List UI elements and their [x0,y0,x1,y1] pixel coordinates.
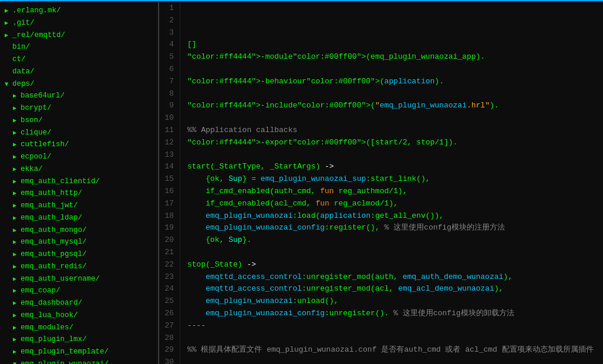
line-number-1: 1 [159,2,176,15]
line-number-6: 6 [159,63,176,76]
code-line-20: emqttd_access_control:unregister_mod(aut… [187,271,603,284]
line-number-9: 9 [159,100,176,112]
line-numbers: 1234567891011121314151617181920212223242… [159,2,180,364]
sidebar-item-emq-auth-mysql[interactable]: ▶emq_auth_mysql/ [0,236,158,248]
sidebar-item-ekka[interactable]: ▶ekka/ [0,163,158,176]
sidebar-item-emq-auth-redis[interactable]: ▶emq_auth_redis/ [0,261,158,273]
sidebar-item-emq-dashboard[interactable]: ▶emq_dashboard/ [0,297,158,309]
sidebar-label-emq-auth-jwt: emq_auth_jwt/ [21,201,78,210]
sidebar-item-emq-plugin-lmx[interactable]: ▶emq_plugin_lmx/ [0,333,158,346]
sidebar-label-ekka: ekka/ [21,165,43,173]
sidebar-item-emq-auth-pgsql[interactable]: ▶emq_auth_pgsql/ [0,248,158,261]
code-line-17: {ok, Sup}. [187,234,603,247]
sidebar-item-deps[interactable]: ▼deps/ [0,78,158,90]
sidebar-arrow-rel-emqttd: ▶ [5,31,11,40]
sidebar-label-deps: deps/ [12,80,35,88]
sidebar-arrow-emq-auth-ldap: ▶ [13,214,19,223]
line-number-13: 13 [159,149,176,161]
sidebar-item-erlang-mk[interactable]: ▶.erlang.mk/ [0,5,158,17]
sidebar-item-emq-auth-username[interactable]: ▶emq_auth_username/ [0,273,158,285]
code-line-26: %% 根据具体配置文件 emq_plugin_wunaozai.conf 是否有… [187,344,603,356]
sidebar-item-emq-auth-http[interactable]: ▶emq_auth_http/ [0,187,158,200]
sidebar-item-emq-lua-hook[interactable]: ▶emq_lua_hook/ [0,309,158,322]
sidebar-label-cuttlefish: cuttlefish/ [21,140,69,149]
code-line-18 [187,247,603,259]
line-number-7: 7 [159,76,176,88]
sidebar-label-base64url: base64url/ [21,92,65,100]
sidebar-arrow-emq-auth-jwt: ▶ [13,201,19,210]
code-line-25 [187,332,603,345]
sidebar-arrow-erlang-mk: ▶ [5,6,11,15]
sidebar-item-emq-auth-jwt[interactable]: ▶emq_auth_jwt/ [0,200,158,212]
code-line-3 [187,63,603,76]
sidebar-item-bcrypt[interactable]: ▶bcrypt/ [0,102,158,114]
code-line-22: emq_plugin_wunaozai:unload(), [187,295,603,308]
sidebar-item-bson[interactable]: ▶bson/ [0,114,158,127]
sidebar-label-emq-auth-username: emq_auth_username/ [21,275,100,283]
sidebar-item-ct[interactable]: ct/ [0,53,158,66]
sidebar-arrow-emq-auth-mysql: ▶ [13,238,19,247]
sidebar-arrow-emq-plugin-wunaozai: ▼ [13,360,19,364]
sidebar-arrow-base64url: ▶ [13,92,19,100]
sidebar-arrow-ekka: ▶ [13,165,19,174]
line-number-23: 23 [159,271,176,284]
code-line-8: %% Application callbacks [187,124,603,137]
sidebar-label-emq-dashboard: emq_dashboard/ [21,299,82,307]
sidebar-label-bin: bin/ [12,43,30,51]
sidebar-item-emq-auth-mongo[interactable]: ▶emq_auth_mongo/ [0,224,158,237]
sidebar-label-emq-plugin-lmx: emq_plugin_lmx/ [21,335,87,343]
sidebar-item-emq-plugin-wunaozai[interactable]: ▼emq_plugin_wunaozai/ [0,358,158,364]
sidebar-arrow-emq-auth-username: ▶ [13,275,19,284]
line-number-17: 17 [159,198,176,210]
code-line-2: "color:#ff4444">-module"color:#00ff00">(… [187,51,603,63]
sidebar[interactable]: ▶.erlang.mk/▶.git/▶_rel/emqttd/bin/ct/da… [0,2,159,364]
line-number-10: 10 [159,112,176,124]
sidebar-item-git[interactable]: ▶.git/ [0,17,158,29]
code-line-7 [187,112,603,124]
sidebar-item-data[interactable]: data/ [0,66,158,78]
sidebar-item-emq-plugin-template[interactable]: ▶emq_plugin_template/ [0,346,158,358]
sidebar-label-emq-lua-hook: emq_lua_hook/ [21,311,78,319]
sidebar-arrow-ecpool: ▶ [13,153,19,161]
code-line-1: [] [187,39,603,51]
line-number-5: 5 [159,51,176,63]
line-number-14: 14 [159,161,176,173]
sidebar-item-base64url[interactable]: ▶base64url/ [0,90,158,102]
sidebar-arrow-emq-auth-http: ▶ [13,189,19,198]
code-line-12: {ok, Sup} = emq_plugin_wunaozai_sup:star… [187,173,603,186]
code-line-15: emq_plugin_wunaozai:load(application:get… [187,210,603,223]
sidebar-label-erlang-mk: .erlang.mk/ [12,6,61,15]
sidebar-label-emq-auth-mysql: emq_auth_mysql/ [21,238,87,246]
sidebar-arrow-emq-lua-hook: ▶ [13,311,19,320]
sidebar-item-rel-emqttd[interactable]: ▶_rel/emqttd/ [0,29,158,42]
sidebar-arrow-cuttlefish: ▶ [13,140,19,149]
sidebar-arrow-emq-plugin-lmx: ▶ [13,335,19,344]
sidebar-arrow-emq-auth-mongo: ▶ [13,226,19,235]
code-line-6: "color:#ff4444">-include"color:#00ff00">… [187,100,603,112]
sidebar-item-clique[interactable]: ▶clique/ [0,127,158,139]
line-number-21: 21 [159,247,176,259]
line-number-15: 15 [159,173,176,186]
sidebar-item-emq-auth-clientid[interactable]: ▶emq_auth_clientid/ [0,176,158,188]
sidebar-item-bin[interactable]: bin/ [0,41,158,53]
sidebar-item-emq-modules[interactable]: ▶emq_modules/ [0,322,158,334]
sidebar-label-clique: clique/ [21,129,52,137]
line-number-25: 25 [159,295,176,308]
sidebar-item-cuttlefish[interactable]: ▶cuttlefish/ [0,139,158,151]
sidebar-arrow-git: ▶ [5,19,11,28]
code-line-5 [187,88,603,100]
sidebar-item-emq-coap[interactable]: ▶emq_coap/ [0,285,158,297]
code-line-14: if_cmd_enabled(acl_cmd, fun reg_aclmod/1… [187,198,603,210]
sidebar-arrow-emq-auth-pgsql: ▶ [13,250,19,259]
sidebar-label-emq-auth-http: emq_auth_http/ [21,189,82,197]
sidebar-item-emq-auth-ldap[interactable]: ▶emq_auth_ldap/ [0,212,158,224]
code-line-24: ---- [187,320,603,332]
line-number-27: 27 [159,320,176,332]
line-number-18: 18 [159,210,176,223]
sidebar-label-data: data/ [12,68,35,76]
sidebar-label-ecpool: ecpool/ [21,153,52,161]
sidebar-item-ecpool[interactable]: ▶ecpool/ [0,151,158,163]
code-line-16: emq_plugin_wunaozai_config:register(), %… [187,222,603,234]
sidebar-label-bcrypt: bcrypt/ [21,104,52,112]
line-number-3: 3 [159,27,176,39]
